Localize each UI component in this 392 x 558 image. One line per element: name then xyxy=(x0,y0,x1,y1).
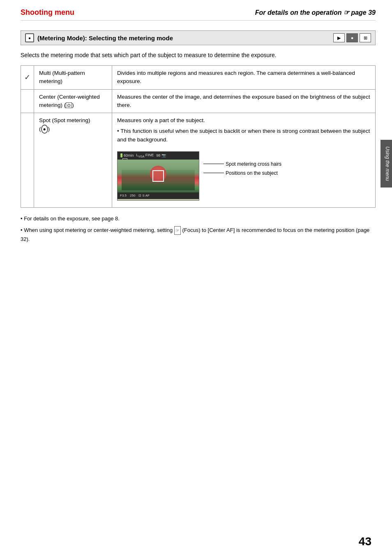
metering-mode-icon: ● xyxy=(25,33,34,42)
row-icon-cell xyxy=(21,113,34,208)
row-description-cell: Divides into multiple regions and measur… xyxy=(112,66,376,90)
playback-mode-icon: ▶ xyxy=(333,33,345,42)
table-row: ✓ Multi (Multi-pattern metering) Divides… xyxy=(21,66,376,90)
row-label-cell: Center (Center-weighted metering) (⊙) xyxy=(34,89,112,113)
section-heading: ● (Metering Mode): Selecting the meterin… xyxy=(25,33,173,42)
spot-crosshair xyxy=(152,170,164,182)
option-description: Measures the center of the image, and de… xyxy=(117,94,370,108)
options-table: ✓ Multi (Multi-pattern metering) Divides… xyxy=(21,65,376,208)
option-description: Divides into multiple regions and measur… xyxy=(117,70,355,84)
selected-checkmark: ✓ xyxy=(24,73,30,81)
notes-section: • For details on the exposure, see page … xyxy=(21,214,376,244)
row-label-cell: Multi (Multi-pattern metering) xyxy=(34,66,112,90)
camera-screen-preview: 🔋60min LVGA FINE 98 📷 P ● xyxy=(117,151,199,201)
focus-icon: ☞ xyxy=(174,226,181,235)
row-description-cell: Measures the center of the image, and de… xyxy=(112,89,376,113)
camera-mode-icon: ● xyxy=(346,33,358,42)
note-1: • For details on the exposure, see page … xyxy=(21,214,376,223)
section-description: Selects the metering mode that sets whic… xyxy=(21,51,376,60)
row-icon-cell xyxy=(21,89,34,113)
grid-mode-icon: ⊞ xyxy=(360,33,371,42)
page-reference: For details on the operation ☞ page 39 xyxy=(255,9,376,16)
page-number: 43 xyxy=(359,535,371,548)
section-title: Shooting menu xyxy=(21,8,74,17)
page-header: Shooting menu For details on the operati… xyxy=(21,8,376,21)
row-icon-cell: ✓ xyxy=(21,66,34,90)
option-label: Center (Center-weighted metering) (⊙) xyxy=(39,94,100,108)
mode-icons-group: ▶ ● ⊞ xyxy=(333,33,371,42)
option-label: Spot (Spot metering) (●) xyxy=(39,116,107,134)
camera-preview-image xyxy=(118,160,199,192)
side-tab: Using the menu xyxy=(380,140,392,188)
spot-annotation: Spot metering cross hairs Positions on t… xyxy=(203,148,281,177)
section-title-bar: ● (Metering Mode): Selecting the meterin… xyxy=(21,30,376,45)
spot-description: Measures only a part of the subject. • T… xyxy=(117,116,370,204)
row-description-cell: Measures only a part of the subject. • T… xyxy=(112,113,376,208)
table-row: Spot (Spot metering) (●) Measures only a… xyxy=(21,113,376,208)
option-label: Multi (Multi-pattern metering) xyxy=(39,70,85,84)
row-label-cell: Spot (Spot metering) (●) xyxy=(34,113,112,208)
note-2: • When using spot metering or center-wei… xyxy=(21,226,376,244)
table-row: Center (Center-weighted metering) (⊙) Me… xyxy=(21,89,376,113)
